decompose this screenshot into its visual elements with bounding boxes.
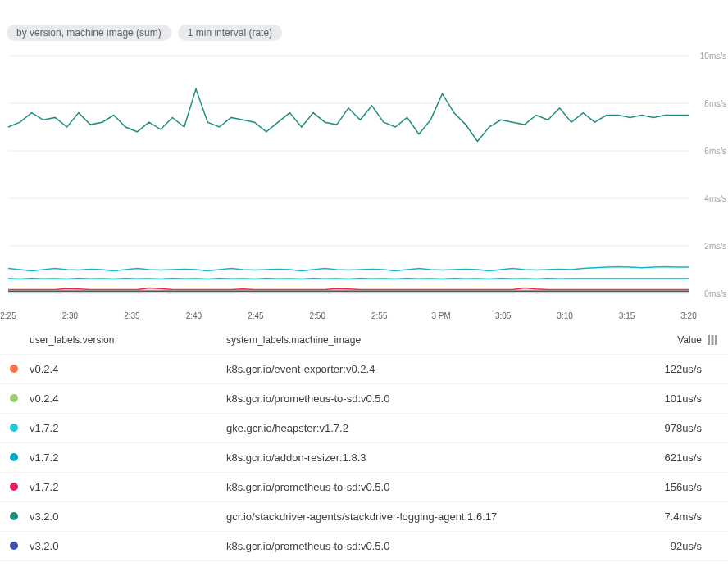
table-row[interactable]: v1.7.2gke.gcr.io/heapster:v1.7.2978us/s bbox=[0, 414, 728, 443]
cell-image: k8s.gcr.io/addon-resizer:1.8.3 bbox=[226, 451, 636, 464]
legend-header-version[interactable]: user_labels.version bbox=[30, 334, 226, 346]
series-color-dot bbox=[10, 394, 18, 402]
series-color-dot bbox=[10, 424, 18, 432]
x-tick-label: 3 PM bbox=[432, 311, 451, 320]
table-row[interactable]: v0.2.4k8s.gcr.io/event-exporter:v0.2.412… bbox=[0, 355, 728, 384]
table-row[interactable]: v1.7.2k8s.gcr.io/prometheus-to-sd:v0.5.0… bbox=[0, 473, 728, 502]
svg-rect-6 bbox=[708, 335, 710, 345]
series-color-dot bbox=[10, 453, 18, 461]
y-tick-label: 6ms/s bbox=[704, 147, 726, 156]
cell-value: 122us/s bbox=[636, 363, 702, 375]
x-tick-label: 2:45 bbox=[248, 311, 263, 320]
x-tick-label: 2:55 bbox=[371, 311, 387, 320]
y-tick-label: 0ms/s bbox=[704, 289, 726, 298]
line-chart: 0ms/s2ms/s4ms/s6ms/s8ms/s10ms/s bbox=[0, 48, 728, 310]
x-tick-label: 3:20 bbox=[680, 311, 696, 320]
series-color-dot bbox=[10, 365, 18, 373]
x-tick-label: 3:10 bbox=[557, 311, 572, 320]
cell-image: k8s.gcr.io/prometheus-to-sd:v0.5.0 bbox=[226, 540, 636, 552]
cell-image: k8s.gcr.io/event-exporter:v0.2.4 bbox=[226, 363, 636, 375]
svg-rect-8 bbox=[715, 335, 717, 345]
y-tick-label: 8ms/s bbox=[704, 99, 726, 108]
x-tick-label: 3:15 bbox=[619, 311, 635, 320]
legend-header-value[interactable]: Value bbox=[636, 334, 702, 346]
y-tick-label: 10ms/s bbox=[700, 52, 726, 61]
cell-value: 156us/s bbox=[636, 481, 702, 493]
cell-version: v0.2.4 bbox=[30, 392, 226, 405]
cell-value: 101us/s bbox=[636, 392, 702, 405]
cell-value: 92us/s bbox=[636, 540, 702, 552]
series-color-dot bbox=[10, 483, 18, 491]
x-tick-label: 2:30 bbox=[62, 311, 78, 320]
cell-version: v1.7.2 bbox=[30, 422, 226, 434]
series-line bbox=[8, 267, 689, 271]
series-line bbox=[8, 89, 689, 142]
table-row[interactable]: v0.2.4k8s.gcr.io/prometheus-to-sd:v0.5.0… bbox=[0, 384, 728, 414]
chip-group-by[interactable]: by version, machine image (sum) bbox=[7, 25, 171, 41]
y-tick-label: 2ms/s bbox=[704, 242, 726, 251]
cell-version: v3.2.0 bbox=[30, 510, 226, 523]
x-tick-label: 2:50 bbox=[310, 311, 325, 320]
x-tick-label: 2:40 bbox=[186, 311, 202, 320]
cell-value: 7.4ms/s bbox=[636, 510, 702, 523]
cell-version: v3.2.0 bbox=[30, 540, 226, 552]
table-row[interactable]: v3.2.0k8s.gcr.io/prometheus-to-sd:v0.5.0… bbox=[0, 532, 728, 561]
legend-header-row: user_labels.version system_labels.machin… bbox=[0, 326, 728, 355]
cell-version: v1.7.2 bbox=[30, 481, 226, 493]
svg-rect-7 bbox=[712, 335, 714, 345]
cell-value: 621us/s bbox=[636, 451, 702, 464]
series-color-dot bbox=[10, 512, 18, 520]
cell-image: k8s.gcr.io/prometheus-to-sd:v0.5.0 bbox=[226, 392, 636, 405]
x-tick-label: 3:05 bbox=[495, 311, 511, 320]
cell-image: gcr.io/stackdriver-agents/stackdriver-lo… bbox=[226, 510, 636, 523]
legend-table: user_labels.version system_labels.machin… bbox=[0, 326, 728, 561]
chart-canvas bbox=[0, 48, 728, 310]
cell-version: v0.2.4 bbox=[30, 363, 226, 375]
table-row[interactable]: v3.2.0gcr.io/stackdriver-agents/stackdri… bbox=[0, 502, 728, 532]
legend-header-image[interactable]: system_labels.machine_image bbox=[226, 334, 636, 346]
columns-icon[interactable] bbox=[702, 334, 718, 346]
series-line bbox=[8, 288, 689, 290]
x-tick-label: 2:35 bbox=[124, 311, 139, 320]
x-axis: 2:252:302:352:402:452:502:553 PM3:053:10… bbox=[8, 310, 689, 326]
series-line bbox=[8, 279, 689, 279]
table-row[interactable]: v1.7.2k8s.gcr.io/addon-resizer:1.8.3621u… bbox=[0, 443, 728, 473]
cell-image: k8s.gcr.io/prometheus-to-sd:v0.5.0 bbox=[226, 481, 636, 493]
filter-chips: by version, machine image (sum) 1 min in… bbox=[0, 0, 728, 48]
cell-image: gke.gcr.io/heapster:v1.7.2 bbox=[226, 422, 636, 434]
cell-value: 978us/s bbox=[636, 422, 702, 434]
chip-interval[interactable]: 1 min interval (rate) bbox=[178, 25, 282, 41]
cell-version: v1.7.2 bbox=[30, 451, 226, 464]
x-tick-label: 2:25 bbox=[0, 311, 16, 320]
series-color-dot bbox=[10, 542, 18, 550]
y-tick-label: 4ms/s bbox=[704, 194, 726, 203]
